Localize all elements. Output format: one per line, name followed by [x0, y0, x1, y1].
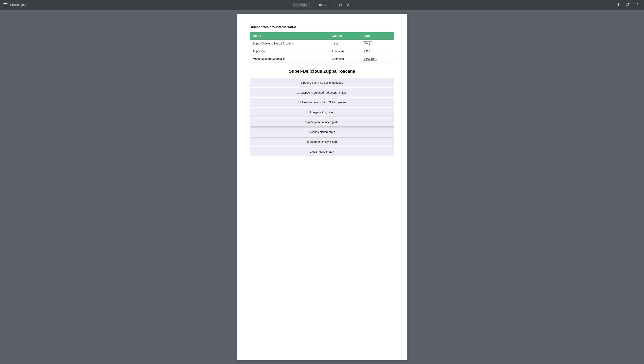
- col-type: Type: [360, 32, 394, 40]
- pdf-page: Recipe from around the world Name Cusine…: [236, 14, 408, 360]
- col-cuisine: Cusine: [328, 32, 360, 40]
- recipe-detail-title: Super-Delicious Zuppa Toscana: [250, 69, 394, 74]
- table-row: Super-Delicious Zuppa ToscanaItalianSoup: [250, 40, 394, 47]
- ingredient-list: 1 pound bulk mild Italian sausage1 teasp…: [250, 78, 394, 156]
- recipe-type: Pie: [360, 47, 394, 55]
- rotate-button[interactable]: ↺: [345, 2, 350, 8]
- table-header-row: Name Cusine Type: [250, 32, 394, 40]
- page-separator: /: [301, 3, 302, 6]
- ingredient-item: 1 pound bulk mild Italian sausage: [250, 78, 394, 87]
- recipe-type: Appetizer: [360, 55, 394, 63]
- page-indicator: 3 / 3: [294, 3, 307, 7]
- toolbar-right: ⬇ 🖶 ⋮: [616, 2, 640, 8]
- type-badge: Soup: [363, 42, 372, 45]
- recipe-cuisine: Canadian: [328, 55, 360, 63]
- toolbar-left: Challenge3: [4, 3, 26, 6]
- ingredient-item: 1 teaspoons crushed red pepper flakes: [250, 88, 394, 97]
- separator-2: [335, 2, 335, 8]
- recipe-name: Maple Mustard Meatballs: [250, 55, 328, 63]
- more-options-button[interactable]: ⋮: [634, 2, 640, 8]
- app-title: Challenge3: [10, 3, 26, 6]
- table-row: Apple PieAmericanPie: [250, 47, 394, 55]
- total-pages: 3: [303, 3, 305, 6]
- recipe-cuisine: American: [328, 47, 360, 55]
- zoom-level: 100%: [319, 3, 326, 6]
- toolbar-center: 3 / 3 − 100% + ⊡ ↺: [294, 2, 351, 8]
- recipe-table: Name Cusine Type Super-Delicious Zuppa T…: [250, 32, 394, 63]
- type-badge: Appetizer: [363, 57, 377, 61]
- current-page-input[interactable]: 3: [296, 3, 300, 6]
- download-button[interactable]: ⬇: [616, 2, 621, 8]
- hamburger-icon[interactable]: [4, 3, 8, 6]
- separator-1: [309, 2, 310, 8]
- ingredient-item: 5 cans chicken broth: [250, 128, 394, 136]
- col-name: Name: [250, 32, 328, 40]
- ingredient-item: 1 large onion, diced: [250, 108, 394, 117]
- ingredient-item: 4 slices bacon, cut into 1/2 inch pieces: [250, 98, 394, 107]
- recipe-cuisine: Italian: [328, 40, 360, 47]
- ingredient-item: 6 potatoes, thinly sliced: [250, 137, 394, 146]
- type-badge: Pie: [363, 49, 370, 53]
- print-button[interactable]: 🖶: [625, 2, 631, 8]
- recipe-name: Super-Delicious Zuppa Toscana: [250, 40, 328, 47]
- fit-page-button[interactable]: ⊡: [338, 2, 343, 8]
- main-content: Recipe from around the world Name Cusine…: [0, 10, 644, 364]
- section-title: Recipe from around the world: [250, 25, 394, 29]
- ingredient-item: 1 cup heavy cream: [250, 147, 394, 156]
- recipe-name: Apple Pie: [250, 47, 328, 55]
- zoom-out-button[interactable]: −: [312, 2, 317, 8]
- zoom-in-button[interactable]: +: [328, 2, 332, 8]
- toolbar: Challenge3 3 / 3 − 100% + ⊡ ↺ ⬇ 🖶 ⋮: [0, 0, 644, 10]
- recipe-type: Soup: [360, 40, 394, 47]
- table-row: Maple Mustard MeatballsCanadianAppetizer: [250, 55, 394, 63]
- ingredient-item: 1 tablespoon minced garlic: [250, 118, 394, 126]
